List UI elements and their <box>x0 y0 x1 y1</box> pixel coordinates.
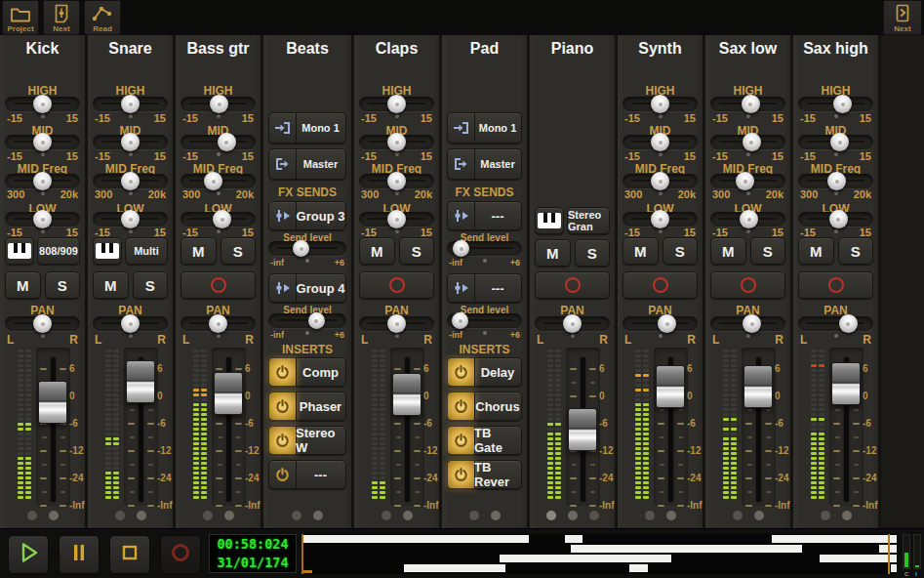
pan-slider-knob[interactable] <box>33 314 52 333</box>
solo-button[interactable]: S <box>838 237 874 265</box>
eq-midfreq-slider[interactable] <box>710 174 785 188</box>
read-automation-button[interactable]: Read <box>84 0 121 35</box>
fx-send-1-button-label[interactable]: --- <box>474 202 521 229</box>
input-routing-button-label[interactable]: Mono 1 <box>474 113 521 143</box>
insert-3-button[interactable]: Stereo W <box>268 426 346 455</box>
insert-3-button[interactable]: TB Gate <box>447 426 522 455</box>
power-icon[interactable] <box>448 392 475 420</box>
pan-slider-knob[interactable] <box>121 314 140 333</box>
eq-high-slider[interactable] <box>5 97 80 111</box>
record-arm-button[interactable] <box>181 271 256 299</box>
stop-button[interactable] <box>109 535 150 574</box>
eq-midfreq-slider[interactable] <box>798 174 873 188</box>
eq-low-slider[interactable] <box>359 212 434 227</box>
eq-low-slider[interactable] <box>93 212 168 227</box>
record-button[interactable] <box>160 535 201 574</box>
instrument-icon-button[interactable] <box>5 237 34 265</box>
output-icon[interactable] <box>448 149 475 179</box>
insert-2-button[interactable]: Chorus <box>447 392 522 421</box>
next-mixer-page-button[interactable]: Next <box>43 0 80 35</box>
insert-4-button[interactable]: --- <box>268 460 346 489</box>
insert-2-button-label[interactable]: Chorus <box>474 392 521 420</box>
pan-slider-knob[interactable] <box>658 314 676 333</box>
eq-high-slider[interactable] <box>93 97 168 111</box>
pan-slider-knob[interactable] <box>839 314 858 333</box>
send-icon[interactable] <box>269 202 297 229</box>
solo-button[interactable]: S <box>133 271 169 299</box>
fx-send-1-button[interactable]: --- <box>447 201 522 230</box>
record-arm-button[interactable] <box>359 271 434 299</box>
eq-mid-slider[interactable] <box>181 135 256 149</box>
eq-mid-slider-knob[interactable] <box>651 133 669 151</box>
eq-midfreq-slider[interactable] <box>93 174 168 188</box>
instrument-icon-button[interactable] <box>93 237 122 265</box>
power-icon[interactable] <box>269 461 297 488</box>
power-icon[interactable] <box>448 427 475 454</box>
insert-1-button-label[interactable]: Comp <box>296 358 345 386</box>
power-icon[interactable] <box>269 427 297 454</box>
power-icon[interactable] <box>448 461 475 488</box>
insert-3-button-label[interactable]: TB Gate <box>474 427 521 454</box>
eq-mid-slider-knob[interactable] <box>743 133 761 151</box>
send-level-slider-knob[interactable] <box>293 240 309 257</box>
pan-slider[interactable] <box>5 316 80 331</box>
eq-mid-slider[interactable] <box>5 135 80 149</box>
eq-high-slider-knob[interactable] <box>742 95 760 113</box>
eq-high-slider[interactable] <box>181 97 256 111</box>
send-level-slider[interactable] <box>268 241 346 256</box>
eq-high-slider[interactable] <box>798 97 873 111</box>
output-routing-button[interactable]: Master <box>447 148 522 180</box>
fader-handle[interactable] <box>214 372 243 415</box>
eq-high-slider-knob[interactable] <box>210 95 228 113</box>
eq-midfreq-slider[interactable] <box>359 174 434 188</box>
instrument-name-button[interactable]: Stereo Gran <box>567 207 610 234</box>
output-routing-button-label[interactable]: Master <box>296 149 345 179</box>
pan-slider[interactable] <box>181 316 256 331</box>
pan-slider[interactable] <box>798 316 873 331</box>
eq-mid-slider[interactable] <box>710 135 785 149</box>
power-icon[interactable] <box>269 392 297 420</box>
input-icon[interactable] <box>448 113 475 143</box>
mute-button[interactable]: M <box>5 271 41 299</box>
send-icon[interactable] <box>269 274 297 302</box>
input-icon[interactable] <box>269 113 297 143</box>
eq-midfreq-slider[interactable] <box>5 174 80 188</box>
fx-send-1-button[interactable]: Group 3 <box>268 201 346 230</box>
record-arm-button[interactable] <box>798 271 873 299</box>
input-routing-button[interactable]: Mono 1 <box>268 112 346 144</box>
solo-button[interactable]: S <box>221 237 257 265</box>
pan-slider[interactable] <box>359 316 434 331</box>
pan-slider[interactable] <box>710 316 785 331</box>
send-icon[interactable] <box>448 274 475 302</box>
eq-low-slider[interactable] <box>5 212 80 227</box>
eq-high-slider-knob[interactable] <box>121 95 140 113</box>
insert-1-button-label[interactable]: Delay <box>474 358 521 386</box>
eq-high-slider-knob[interactable] <box>33 95 52 113</box>
pan-slider-knob[interactable] <box>209 314 227 333</box>
mute-button[interactable]: M <box>623 237 659 265</box>
send-level-slider[interactable] <box>447 241 522 256</box>
insert-4-button-label[interactable]: --- <box>296 461 345 488</box>
fader-handle[interactable] <box>392 373 422 416</box>
eq-mid-slider[interactable] <box>623 135 698 149</box>
output-icon[interactable] <box>269 149 297 179</box>
output-routing-button-label[interactable]: Master <box>474 149 521 179</box>
record-arm-button[interactable] <box>535 271 610 299</box>
fader-handle[interactable] <box>831 362 861 405</box>
fx-send-2-button[interactable]: --- <box>447 273 522 303</box>
eq-mid-slider-knob[interactable] <box>121 133 140 151</box>
mute-button[interactable]: M <box>93 271 129 299</box>
fader-handle[interactable] <box>38 381 67 424</box>
send-level-slider-knob[interactable] <box>308 312 325 329</box>
fx-send-2-button-label[interactable]: Group 4 <box>296 274 345 302</box>
eq-mid-slider-knob[interactable] <box>830 133 849 151</box>
fx-send-2-button[interactable]: Group 4 <box>268 273 346 303</box>
pan-slider[interactable] <box>93 316 168 331</box>
mute-button[interactable]: M <box>710 237 746 265</box>
insert-2-button[interactable]: Phaser <box>268 392 346 421</box>
send-level-slider-knob[interactable] <box>452 312 468 329</box>
eq-mid-slider[interactable] <box>359 135 434 149</box>
insert-4-button[interactable]: TB Rever <box>447 460 522 489</box>
eq-high-slider[interactable] <box>623 97 698 111</box>
eq-low-slider[interactable] <box>181 212 256 227</box>
